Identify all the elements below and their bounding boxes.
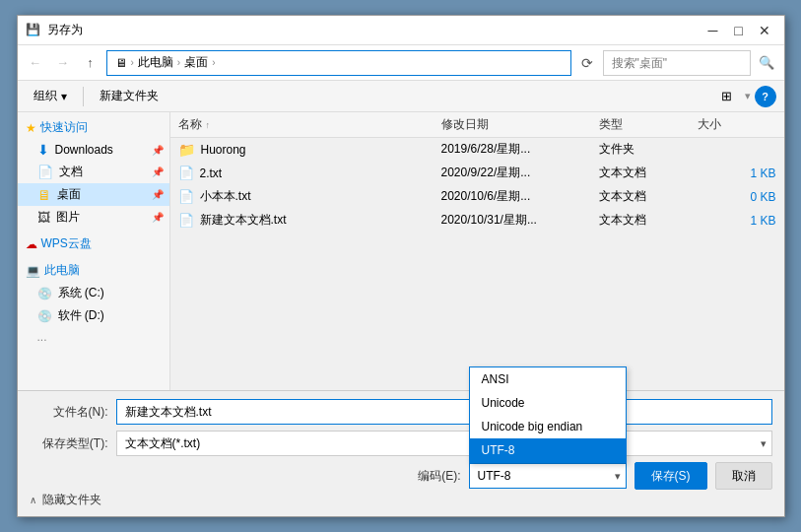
file-name-cell: 📄 2.txt — [178, 166, 441, 180]
sidebar-item-documents[interactable]: 📄 文档 📌 — [18, 161, 169, 183]
sidebar-item-pictures[interactable]: 🖼 图片 📌 — [18, 206, 169, 229]
quick-access-icon: ★ — [26, 121, 36, 135]
cancel-button[interactable]: 取消 — [715, 462, 772, 490]
sort-arrow: ↑ — [206, 120, 211, 130]
help-button[interactable]: ? — [755, 86, 776, 107]
filename-input[interactable] — [116, 399, 772, 425]
dialog-icon: 💾 — [26, 23, 41, 38]
bottom-section: 文件名(N): 保存类型(T): 文本文档(*.txt) 编码(E): ANSI… — [18, 390, 784, 516]
encoding-row: 编码(E): ANSI Unicode Unicode big endian U… — [30, 462, 772, 490]
breadcrumb-computer[interactable]: 此电脑 — [138, 54, 173, 71]
filetype-row: 保存类型(T): 文本文档(*.txt) — [30, 431, 772, 456]
view-button[interactable]: ⊞ — [713, 85, 741, 108]
wps-icon: ☁ — [26, 237, 37, 251]
dropdown-option-utf8[interactable]: UTF-8 — [470, 438, 626, 462]
table-row[interactable]: 📄 新建文本文档.txt 2020/10/31/星期... 文本文档 1 KB — [170, 209, 784, 233]
organize-dropdown-icon: ▾ — [61, 90, 67, 103]
window-controls: ─ □ ✕ — [701, 21, 776, 40]
sidebar-quick-access-header[interactable]: ★ 快速访问 — [18, 116, 169, 139]
table-row[interactable]: 📄 小本本.txt 2020/10/6/星期... 文本文档 0 KB — [170, 185, 784, 209]
col-header-type[interactable]: 类型 — [599, 116, 698, 133]
pin-icon: 📌 — [152, 145, 164, 156]
col-header-name[interactable]: 名称 ↑ — [178, 116, 441, 133]
new-folder-button[interactable]: 新建文件夹 — [92, 85, 167, 108]
sidebar-item-downloads[interactable]: ⬇ Downloads 📌 — [18, 139, 169, 161]
breadcrumb[interactable]: 🖥 › 此电脑 › 桌面 › — [106, 50, 571, 76]
encoding-dropdown[interactable]: ANSI Unicode Unicode big endian UTF-8 — [469, 366, 627, 463]
desktop-icon: 🖥 — [37, 187, 51, 203]
dropdown-option-unicode[interactable]: Unicode — [470, 391, 626, 415]
bottom-footer: ∧ 隐藏文件夹 — [30, 490, 772, 508]
sidebar-wps-header[interactable]: ☁ WPS云盘 — [18, 233, 169, 255]
organize-label: 组织 — [33, 88, 57, 104]
forward-button[interactable]: → — [51, 51, 75, 75]
breadcrumb-icon: 🖥 — [115, 56, 127, 70]
c-drive-icon: 💿 — [37, 287, 52, 300]
sidebar-item-label: Downloads — [55, 143, 113, 157]
file-icon: 📄 — [178, 166, 194, 180]
documents-icon: 📄 — [37, 165, 53, 179]
col-header-size[interactable]: 大小 — [698, 116, 776, 133]
breadcrumb-desktop[interactable]: 桌面 — [184, 54, 208, 71]
back-button[interactable]: ← — [24, 51, 47, 75]
sidebar-item-desktop[interactable]: 🖥 桌面 📌 — [18, 183, 169, 206]
toolbar-separator — [83, 87, 84, 106]
encoding-select-container: ANSI Unicode Unicode big endian UTF-8 AN… — [469, 463, 627, 489]
dropdown-option-ansi[interactable]: ANSI — [470, 367, 626, 391]
table-row[interactable]: 📁 Huorong 2019/6/28/星期... 文件夹 — [170, 138, 784, 162]
pin-icon: 📌 — [152, 166, 164, 177]
file-icon: 📄 — [178, 189, 194, 204]
filename-row: 文件名(N): — [30, 399, 772, 425]
minimize-button[interactable]: ─ — [701, 21, 725, 40]
file-list-header: 名称 ↑ 修改日期 类型 大小 — [170, 112, 784, 138]
search-input[interactable] — [603, 50, 751, 76]
filetype-select-wrapper: 文本文档(*.txt) — [116, 431, 772, 456]
d-drive-icon: 💿 — [37, 309, 52, 323]
table-row[interactable]: 📄 2.txt 2020/9/22/星期... 文本文档 1 KB — [170, 162, 784, 185]
maximize-button[interactable]: □ — [727, 21, 751, 40]
quick-access-label: 快速访问 — [40, 119, 88, 136]
col-header-modified[interactable]: 修改日期 — [441, 116, 599, 133]
address-bar: ← → ↑ 🖥 › 此电脑 › 桌面 › ⟳ 🔍 — [18, 45, 784, 81]
sidebar-computer-header[interactable]: 💻 此电脑 — [18, 259, 169, 282]
file-name-cell: 📄 小本本.txt — [178, 188, 441, 205]
filetype-label: 保存类型(T): — [30, 435, 108, 452]
new-folder-label: 新建文件夹 — [100, 88, 159, 104]
file-list-scroll[interactable]: 名称 ↑ 修改日期 类型 大小 📁 — [170, 112, 784, 390]
search-button[interactable]: 🔍 — [755, 51, 778, 75]
sidebar-item-label: 桌面 — [57, 186, 81, 203]
dropdown-option-unicode-be[interactable]: Unicode big endian — [470, 415, 626, 438]
pin-icon: 📌 — [152, 212, 164, 223]
filename-label: 文件名(N): — [30, 404, 108, 421]
dialog-title: 另存为 — [47, 22, 701, 38]
hide-folders-toggle[interactable]: ∧ 隐藏文件夹 — [30, 492, 101, 508]
sidebar-item-label: 软件 (D:) — [58, 307, 104, 324]
encoding-label: 编码(E): — [418, 468, 460, 485]
downloads-icon: ⬇ — [37, 142, 49, 158]
organize-button[interactable]: 组织 ▾ — [26, 85, 75, 108]
sidebar-item-label: 文档 — [59, 164, 83, 180]
sidebar-item-c-drive[interactable]: 💿 系统 (C:) — [18, 282, 169, 304]
up-button[interactable]: ↑ — [79, 51, 102, 75]
pictures-icon: 🖼 — [37, 210, 50, 225]
filetype-select[interactable]: 文本文档(*.txt) — [116, 431, 772, 456]
toolbar: 组织 ▾ 新建文件夹 ⊞ ▾ ? — [18, 81, 784, 112]
save-button[interactable]: 保存(S) — [634, 462, 707, 490]
pin-icon: 📌 — [152, 189, 164, 200]
save-dialog: 💾 另存为 ─ □ ✕ ← → ↑ 🖥 › 此电脑 › 桌面 › ⟳ 🔍 组织 … — [17, 15, 785, 517]
title-bar: 💾 另存为 ─ □ ✕ — [18, 16, 784, 45]
refresh-button[interactable]: ⟳ — [575, 51, 599, 75]
toolbar-right: ⊞ ▾ ? — [713, 85, 776, 108]
file-icon: 📄 — [178, 213, 194, 228]
sidebar-item-label: 图片 — [56, 209, 80, 226]
sidebar-item-label: 系统 (C:) — [58, 285, 104, 301]
file-name-cell: 📄 新建文本文档.txt — [178, 212, 441, 229]
close-button[interactable]: ✕ — [753, 21, 776, 40]
encoding-select[interactable]: ANSI Unicode Unicode big endian UTF-8 — [469, 463, 627, 489]
computer-label: 此电脑 — [44, 262, 80, 279]
sidebar-item-d-drive[interactable]: 💿 软件 (D:) — [18, 304, 169, 327]
file-name-cell: 📁 Huorong — [178, 142, 441, 158]
wps-label: WPS云盘 — [41, 235, 92, 252]
encoding-select-wrapper: ANSI Unicode Unicode big endian UTF-8 — [469, 463, 627, 489]
sidebar-item-more[interactable]: ... — [18, 327, 169, 347]
